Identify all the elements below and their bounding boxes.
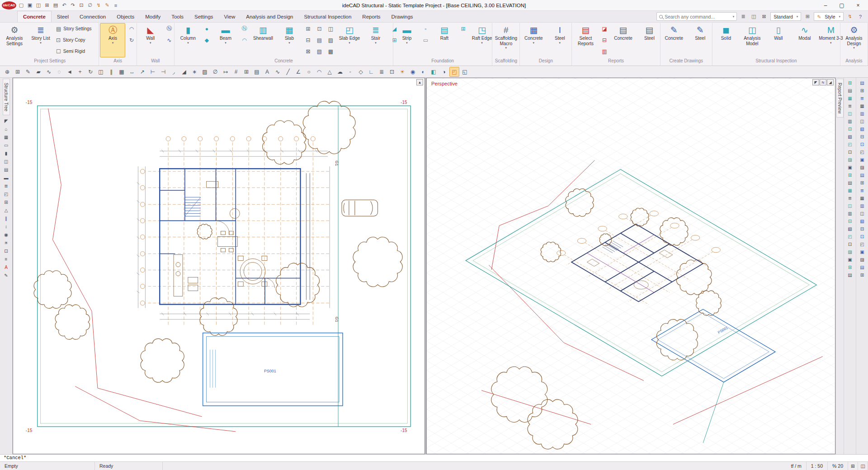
design-steel-button[interactable]: I Steel ▾ [547, 23, 572, 57]
search-dropdown-icon[interactable]: ▾ [733, 15, 735, 19]
solid-button[interactable]: ◼ Solid [713, 23, 739, 57]
tab-steel[interactable]: Steel [52, 11, 74, 22]
rotate-icon[interactable]: ↻ [85, 67, 95, 77]
plan-viewport-canvas[interactable]: -15 -15 -15 -15 [13, 78, 425, 454]
help-icon[interactable]: ? [856, 13, 864, 21]
report-tool-19[interactable]: ▧ [859, 218, 866, 225]
analysis-model-button[interactable]: ◫ Analysis Model [740, 23, 765, 57]
stairs-icon[interactable]: ≣ [3, 183, 10, 189]
render-icon[interactable]: ◐ [418, 67, 428, 77]
slab-tool-6[interactable]: ▧ [314, 46, 325, 57]
table-tool-11[interactable]: ▨ [846, 156, 854, 163]
raft-edge-button[interactable]: ◳ Raft Edge ▾ [469, 23, 495, 57]
stair-button[interactable]: ≣ Stair ▾ [363, 23, 388, 57]
view-north-button[interactable]: N [820, 79, 826, 85]
report-preview-tab[interactable]: Report Preview [836, 79, 844, 118]
report-tool-13[interactable]: ▤ [859, 172, 866, 179]
status-scale[interactable]: 1 : 50 [807, 462, 828, 470]
report-tool-16[interactable]: ▦ [859, 195, 866, 202]
explode-icon[interactable]: ∗ [189, 67, 199, 77]
axis-rotate-button[interactable]: ↻ [126, 34, 137, 46]
windows-icon[interactable]: ⊞ [3, 199, 10, 206]
report-tool-8[interactable]: ⊟ [859, 133, 866, 140]
beams-icon[interactable]: ▭ [3, 142, 10, 149]
open-file-icon[interactable]: ▣ [26, 1, 34, 9]
report-export-button[interactable]: ⊟ [599, 34, 609, 46]
lights-icon[interactable]: ☀ [3, 240, 10, 246]
dimension-icon[interactable]: ↦ [221, 67, 231, 77]
report-tool-6[interactable]: ◫ [859, 118, 866, 125]
copy-icon[interactable]: ⊡ [77, 1, 85, 9]
tab-structural-inspection[interactable]: Structural Inspection [298, 11, 357, 22]
report-tool-10[interactable]: ◰ [859, 149, 866, 155]
strip-button[interactable]: ▬ Strip ▾ [394, 23, 420, 57]
table-tool-26[interactable]: ▤ [846, 272, 854, 278]
semi-rigid-button[interactable]: ☐ Semi Rigid [54, 46, 101, 57]
command-search[interactable]: ▾ [656, 12, 737, 21]
tab-modify[interactable]: Modify [140, 11, 166, 22]
slab-tool-2[interactable]: ⊟ [303, 34, 313, 46]
report-tool-21[interactable]: ⊡ [859, 233, 866, 240]
analysis-design-button[interactable]: ⚙ Analysis Design ▾ [841, 23, 867, 57]
slab-edge-button[interactable]: ◰ Slab Edge ▾ [337, 23, 362, 57]
select-region-icon[interactable]: ◌ [54, 67, 64, 77]
axis-button[interactable]: Ⓐ Axis ▾ [100, 23, 125, 57]
arc-icon[interactable]: ◠ [314, 67, 324, 77]
axis-arc-button[interactable]: ◠ [126, 23, 137, 34]
table-tool-1[interactable]: ⊞ [846, 80, 854, 86]
table-tool-18[interactable]: ▥ [846, 210, 854, 217]
pencil-icon[interactable]: ✎ [23, 67, 33, 77]
table-tool-5[interactable]: ◫ [846, 110, 854, 117]
round-column-button[interactable]: ● [202, 23, 212, 34]
table-tool-22[interactable]: ⊡ [846, 241, 854, 248]
circle-icon[interactable]: ○ [304, 67, 314, 77]
layers-icon[interactable]: ≣ [739, 13, 747, 21]
slab-tool-5[interactable]: ▤ [314, 34, 325, 46]
zoom-extents-icon[interactable]: ⊕ [2, 67, 12, 77]
maximize-button[interactable]: ▢ [834, 0, 850, 10]
split-viewport-icon[interactable]: ◱ [460, 67, 470, 77]
tab-analysis-and-design[interactable]: Analysis and Design [241, 11, 298, 22]
tab-view[interactable]: View [219, 11, 241, 22]
marker-icon[interactable]: ▰ [33, 67, 43, 77]
walls-icon[interactable]: ◫ [3, 158, 10, 165]
view-corner-button[interactable]: ◤ [812, 79, 819, 85]
modal-button[interactable]: ∿ Modal [792, 23, 817, 57]
columns-icon[interactable]: ▮ [3, 150, 10, 157]
inspection-wall-button[interactable]: ▯ Wall [766, 23, 791, 57]
windows-icon[interactable]: ◫ [750, 13, 758, 21]
extend-icon[interactable]: ⊣ [158, 67, 168, 77]
tab-tools[interactable]: Tools [166, 11, 189, 22]
bolt-icon[interactable]: ↯ [94, 1, 103, 9]
tab-reports[interactable]: Reports [357, 11, 386, 22]
foundations-icon[interactable]: ▬ [3, 174, 10, 181]
roof-icon[interactable]: △ [3, 207, 10, 214]
save-as-icon[interactable]: ⊞ [43, 1, 51, 9]
slab-tool-3[interactable]: ⊠ [303, 46, 313, 57]
line-icon[interactable]: ╱ [283, 67, 293, 77]
redo-icon[interactable]: ↷ [69, 1, 77, 9]
bolt-icon[interactable]: ↯ [846, 13, 854, 21]
report-tool-5[interactable]: ▥ [859, 110, 866, 117]
table-tool-13[interactable]: ⊞ [846, 172, 854, 179]
table-tool-23[interactable]: ▨ [846, 249, 854, 255]
tie-beam-button[interactable]: ▭ [420, 34, 431, 46]
slab-tool-9[interactable]: ▩ [326, 46, 336, 57]
trim-icon[interactable]: ⊢ [148, 67, 158, 77]
table-tool-21[interactable]: ◰ [846, 233, 854, 240]
style-combo[interactable]: ✎ Style ▾ [814, 12, 844, 21]
polyline-icon[interactable]: ∠ [293, 67, 303, 77]
grid-toggle-icon[interactable]: ⊞ [848, 462, 858, 470]
spline-icon[interactable]: ∿ [273, 67, 283, 77]
sun-icon[interactable]: ☀ [397, 67, 407, 77]
report-refresh-button[interactable]: ▥ [599, 46, 609, 57]
table-tool-10[interactable]: ⊡ [846, 149, 854, 155]
minimize-button[interactable]: – [817, 0, 834, 10]
report-tool-4[interactable]: ▦ [859, 103, 866, 109]
table-tool-20[interactable]: ▧ [846, 226, 854, 232]
report-tool-15[interactable]: ≣ [859, 187, 866, 194]
scaffolding-macro-button[interactable]: # Scaffolding Macro ▾ [493, 23, 519, 57]
raft-button[interactable]: ▤ Raft [432, 23, 457, 57]
report-tool-1[interactable]: ▤ [859, 80, 866, 86]
table-tool-4[interactable]: ≣ [846, 103, 854, 109]
